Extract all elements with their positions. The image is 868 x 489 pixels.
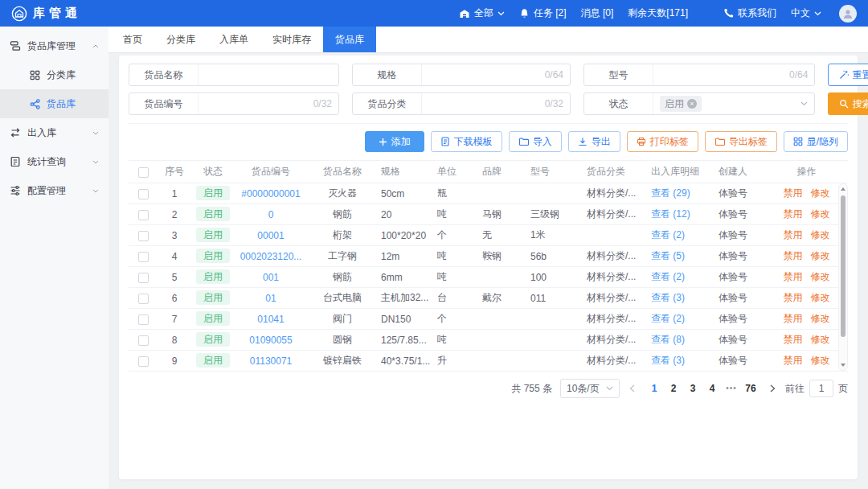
goto-suffix: 页 bbox=[838, 382, 848, 396]
edit-link[interactable]: 修改 bbox=[811, 334, 830, 345]
tag-close-icon[interactable]: × bbox=[687, 99, 697, 109]
row-checkbox[interactable] bbox=[138, 231, 149, 241]
sidebar-item-goods-lib[interactable]: 货品库 bbox=[0, 89, 108, 118]
view-details-link[interactable]: 查看 (2) bbox=[651, 313, 685, 324]
view-details-link[interactable]: 查看 (8) bbox=[651, 334, 685, 345]
sidebar-item-category-lib[interactable]: 分类库 bbox=[0, 60, 108, 89]
scroll-down-arrow-icon[interactable] bbox=[841, 364, 845, 367]
warehouse-scope-selector[interactable]: 全部 bbox=[459, 6, 505, 20]
goto-page-input[interactable] bbox=[809, 380, 833, 397]
prev-page-button[interactable] bbox=[628, 384, 637, 392]
status-select[interactable]: 状态 启用 × bbox=[583, 92, 815, 115]
row-checkbox[interactable] bbox=[138, 294, 149, 304]
export-button[interactable]: 导出 bbox=[568, 131, 620, 152]
table-scrollbar[interactable] bbox=[838, 183, 848, 371]
code-link[interactable]: 0002023120... bbox=[240, 251, 302, 262]
sidebar-group-inout[interactable]: 出入库 bbox=[0, 118, 108, 147]
row-checkbox[interactable] bbox=[138, 189, 149, 199]
spec-input[interactable] bbox=[428, 69, 540, 80]
disable-link[interactable]: 禁用 bbox=[784, 355, 803, 366]
messages-link[interactable]: 消息 [0] bbox=[581, 6, 614, 20]
disable-link[interactable]: 禁用 bbox=[784, 229, 803, 240]
edit-link[interactable]: 修改 bbox=[811, 313, 830, 324]
edit-link[interactable]: 修改 bbox=[811, 271, 830, 282]
disable-link[interactable]: 禁用 bbox=[784, 187, 803, 199]
code-link[interactable]: 00001 bbox=[257, 230, 284, 241]
model-input[interactable] bbox=[660, 69, 784, 80]
page-number-3[interactable]: 3 bbox=[683, 379, 702, 398]
column-header: 创建人 bbox=[715, 161, 765, 183]
scroll-up-arrow-icon[interactable] bbox=[841, 187, 845, 191]
cell-brand bbox=[479, 267, 527, 288]
scrollbar-thumb[interactable] bbox=[841, 195, 845, 337]
disable-link[interactable]: 禁用 bbox=[784, 250, 803, 261]
goods-name-input[interactable] bbox=[205, 69, 332, 80]
sidebar-group-goods-mgmt[interactable]: 货品库管理 bbox=[0, 31, 108, 60]
code-link[interactable]: 01041 bbox=[257, 314, 284, 325]
contact-us-link[interactable]: 联系我们 bbox=[723, 6, 776, 20]
search-button[interactable]: 搜索 bbox=[828, 92, 868, 115]
row-checkbox[interactable] bbox=[138, 252, 149, 262]
code-link[interactable]: 0 bbox=[268, 209, 274, 220]
cell-name: 圆钢 bbox=[307, 330, 378, 351]
next-page-button[interactable] bbox=[768, 384, 777, 392]
table-row: 2启用0钢筋20吨马钢三级钢材料分类/...查看 (12)体验号禁用修改 bbox=[129, 204, 848, 225]
disable-link[interactable]: 禁用 bbox=[784, 313, 803, 324]
table-row: 3启用00001桁架100*20*20个无1米查看 (2)体验号禁用修改 bbox=[129, 225, 848, 246]
row-checkbox[interactable] bbox=[138, 335, 149, 346]
column-header: 出入库明细 bbox=[648, 161, 715, 183]
show-hide-columns-button[interactable]: 显/隐列 bbox=[784, 131, 848, 152]
edit-link[interactable]: 修改 bbox=[811, 250, 830, 261]
view-details-link[interactable]: 查看 (12) bbox=[651, 208, 690, 220]
page-size-select[interactable]: 10条/页 bbox=[560, 379, 620, 398]
page-ellipsis[interactable]: ••• bbox=[722, 379, 741, 398]
tab-goods-lib[interactable]: 货品库 bbox=[323, 27, 376, 52]
code-link[interactable]: 01 bbox=[265, 293, 276, 304]
sidebar-group-stats[interactable]: 统计查询 bbox=[0, 147, 108, 176]
disable-link[interactable]: 禁用 bbox=[784, 334, 803, 345]
view-details-link[interactable]: 查看 (3) bbox=[651, 292, 685, 303]
avatar[interactable] bbox=[839, 5, 857, 23]
edit-link[interactable]: 修改 bbox=[811, 292, 830, 303]
page-number-2[interactable]: 2 bbox=[664, 379, 683, 398]
code-link[interactable]: 01130071 bbox=[250, 355, 293, 367]
export-label-button[interactable]: 导出标签 bbox=[705, 131, 777, 152]
add-button[interactable]: 添加 bbox=[365, 131, 424, 152]
tab-home[interactable]: 首页 bbox=[111, 27, 154, 52]
import-button[interactable]: 导入 bbox=[509, 131, 562, 152]
edit-link[interactable]: 修改 bbox=[811, 355, 830, 366]
code-link[interactable]: 001 bbox=[263, 272, 279, 283]
code-link[interactable]: 01090055 bbox=[249, 335, 292, 346]
view-details-link[interactable]: 查看 (3) bbox=[651, 355, 685, 366]
sidebar-group-config[interactable]: 配置管理 bbox=[0, 176, 108, 205]
tab-inbound-order[interactable]: 入库单 bbox=[207, 27, 260, 52]
download-template-button[interactable]: 下载模板 bbox=[431, 131, 502, 152]
tab-category-lib[interactable]: 分类库 bbox=[154, 27, 207, 52]
language-selector[interactable]: 中文 bbox=[791, 6, 821, 20]
disable-link[interactable]: 禁用 bbox=[784, 292, 803, 303]
tab-realtime-stock[interactable]: 实时库存 bbox=[260, 27, 323, 52]
code-link[interactable]: #0000000001 bbox=[241, 188, 300, 199]
tasks-link[interactable]: 任务 [2] bbox=[519, 6, 567, 20]
view-details-link[interactable]: 查看 (2) bbox=[651, 229, 685, 240]
disable-link[interactable]: 禁用 bbox=[784, 208, 803, 220]
page-number-1[interactable]: 1 bbox=[645, 379, 664, 398]
view-details-link[interactable]: 查看 (29) bbox=[651, 187, 690, 199]
page-number-4[interactable]: 4 bbox=[702, 379, 722, 398]
edit-link[interactable]: 修改 bbox=[811, 187, 830, 199]
select-all-checkbox[interactable] bbox=[138, 167, 149, 178]
edit-link[interactable]: 修改 bbox=[811, 208, 830, 220]
edit-link[interactable]: 修改 bbox=[811, 229, 830, 240]
row-checkbox[interactable] bbox=[138, 314, 149, 325]
goods-category-input[interactable] bbox=[428, 98, 540, 109]
page-number-76[interactable]: 76 bbox=[741, 379, 760, 398]
row-checkbox[interactable] bbox=[138, 210, 149, 220]
row-checkbox[interactable] bbox=[138, 356, 149, 367]
view-details-link[interactable]: 查看 (2) bbox=[651, 271, 685, 282]
row-checkbox[interactable] bbox=[138, 273, 149, 283]
view-details-link[interactable]: 查看 (5) bbox=[651, 250, 685, 261]
reset-button[interactable]: 重置 bbox=[828, 64, 868, 86]
disable-link[interactable]: 禁用 bbox=[784, 271, 803, 282]
goods-code-input[interactable] bbox=[205, 98, 309, 109]
print-label-button[interactable]: 打印标签 bbox=[627, 131, 698, 152]
